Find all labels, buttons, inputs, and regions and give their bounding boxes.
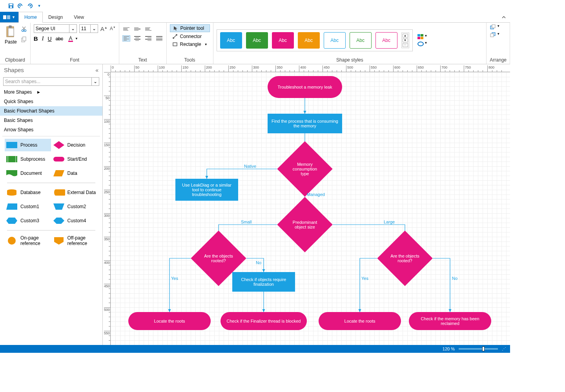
fill-button[interactable]: ▼ bbox=[417, 34, 428, 40]
style-swatch-5[interactable]: Abc bbox=[350, 32, 372, 49]
redo-icon[interactable] bbox=[27, 3, 33, 9]
shrink-font-button[interactable]: A▼ bbox=[110, 26, 116, 31]
ribbon-collapse-button[interactable] bbox=[498, 12, 510, 22]
node-n2[interactable]: Find the process that is consuming the m… bbox=[268, 114, 342, 133]
undo-icon[interactable] bbox=[17, 3, 24, 9]
connector-n3-n4[interactable] bbox=[207, 169, 277, 179]
style-swatch-0[interactable]: Abc bbox=[220, 32, 242, 49]
shape-item-external-data[interactable]: External Data bbox=[52, 186, 98, 199]
quick-access-toolbar: ▼ bbox=[0, 0, 510, 12]
clipboard-group-label: Clipboard bbox=[3, 56, 27, 64]
paste-button[interactable]: Paste bbox=[3, 24, 18, 45]
style-gallery-up[interactable]: ▲ bbox=[403, 34, 408, 38]
align-right-button[interactable] bbox=[144, 35, 152, 42]
italic-button[interactable]: I bbox=[42, 35, 44, 42]
tab-design[interactable]: Design bbox=[43, 12, 68, 22]
node-n9[interactable]: Locate the roots bbox=[128, 312, 211, 330]
shape-item-decision[interactable]: Decision bbox=[52, 139, 98, 151]
copy-icon[interactable] bbox=[21, 36, 27, 44]
resize-grip-icon[interactable]: ⋰ bbox=[502, 347, 506, 352]
connector-n7-n11[interactable] bbox=[360, 258, 377, 312]
pointer-icon bbox=[173, 25, 178, 31]
shapes-category-quick-shapes[interactable]: Quick Shapes bbox=[0, 97, 102, 106]
rectangle-tool-button[interactable]: Rectangle ▼ bbox=[170, 41, 210, 48]
shapes-category-basic-shapes[interactable]: Basic Shapes bbox=[0, 116, 102, 125]
shape-item-off-page-reference[interactable]: Off-page reference bbox=[52, 234, 98, 248]
svg-point-8 bbox=[22, 30, 24, 32]
node-n3[interactable]: Memory consumption type bbox=[277, 141, 332, 196]
qat-dropdown-icon[interactable]: ▼ bbox=[36, 3, 42, 9]
save-icon[interactable] bbox=[8, 3, 14, 9]
connector-n5-n6[interactable] bbox=[219, 225, 277, 239]
font-size-select[interactable]: 11⌄ bbox=[79, 24, 98, 33]
align-middle-button[interactable] bbox=[133, 26, 141, 32]
svg-rect-13 bbox=[23, 37, 26, 41]
svg-rect-1 bbox=[9, 4, 13, 5]
font-group-label: Font bbox=[34, 56, 116, 64]
grow-font-button[interactable]: A▲ bbox=[100, 25, 108, 32]
node-n10[interactable]: Check if the Finalizer thread is blocked bbox=[221, 312, 307, 330]
node-n5[interactable]: Predominant object size bbox=[277, 197, 332, 252]
pointer-tool-button[interactable]: Pointer tool bbox=[170, 24, 210, 32]
search-shapes-input[interactable]: Search shapes... ⌄ bbox=[3, 77, 99, 86]
svg-rect-21 bbox=[421, 34, 423, 36]
align-center-button[interactable] bbox=[133, 35, 141, 42]
connector-tool-button[interactable]: Connector bbox=[170, 33, 210, 40]
style-swatch-1[interactable]: Abc bbox=[246, 32, 268, 49]
font-family-select[interactable]: Segoe UI⌄ bbox=[34, 24, 77, 33]
node-n11[interactable]: Locate the roots bbox=[319, 312, 401, 330]
shape-item-subprocess[interactable]: Subprocess bbox=[5, 153, 51, 165]
node-n1[interactable]: Troubleshoot a memory leak bbox=[268, 76, 342, 98]
svg-rect-20 bbox=[417, 34, 420, 36]
style-swatch-4[interactable]: Abc bbox=[324, 32, 346, 49]
node-n8[interactable]: Check if objects require finalization bbox=[232, 272, 295, 292]
file-tab[interactable]: ▼ bbox=[0, 12, 18, 22]
shape-item-on-page-reference[interactable]: On-page reference bbox=[5, 234, 51, 248]
tab-view[interactable]: View bbox=[68, 12, 89, 22]
bring-front-button[interactable]: ▼ bbox=[490, 24, 500, 30]
node-n4[interactable]: Use LeakDiag or a similar tool to contin… bbox=[175, 179, 238, 201]
connector-n7-n12[interactable] bbox=[433, 258, 450, 312]
shape-item-custom4[interactable]: Custom4 bbox=[52, 214, 98, 227]
shape-item-custom1[interactable]: Custom1 bbox=[5, 200, 51, 213]
tab-home[interactable]: Home bbox=[18, 12, 43, 23]
shapes-category-arrow-shapes[interactable]: Arrow Shapes bbox=[0, 125, 102, 134]
shape-item-custom3[interactable]: Custom3 bbox=[5, 214, 51, 227]
svg-rect-29 bbox=[6, 142, 17, 148]
line-button[interactable]: ▼ bbox=[417, 41, 428, 47]
cut-icon[interactable] bbox=[21, 26, 27, 33]
shape-item-data[interactable]: Data bbox=[52, 167, 98, 180]
align-bottom-button[interactable] bbox=[144, 26, 152, 32]
align-top-button[interactable] bbox=[122, 26, 130, 32]
svg-line-10 bbox=[23, 27, 26, 30]
ribbon-group-font: Segoe UI⌄ 11⌄ A▲ A▼ B I U abc ▼ Font bbox=[31, 23, 119, 64]
shapes-collapse-icon[interactable]: « bbox=[95, 67, 98, 73]
font-color-button[interactable]: ▼ bbox=[67, 36, 78, 42]
svg-rect-22 bbox=[417, 37, 420, 39]
style-gallery-down[interactable]: ▼ bbox=[403, 38, 408, 42]
more-shapes-item[interactable]: More Shapes▶ bbox=[0, 87, 102, 97]
zoom-label: 120 % bbox=[443, 347, 455, 351]
underline-button[interactable]: U bbox=[48, 36, 52, 42]
shape-item-custom2[interactable]: Custom2 bbox=[52, 200, 98, 213]
style-swatch-3[interactable]: Abc bbox=[298, 32, 320, 49]
style-swatch-2[interactable]: Abc bbox=[272, 32, 294, 49]
node-n12[interactable]: Check if the memory has been reclaimed bbox=[409, 312, 491, 330]
zoom-slider[interactable] bbox=[459, 348, 498, 350]
shape-item-process[interactable]: Process bbox=[5, 139, 51, 151]
shape-item-document[interactable]: Document bbox=[5, 167, 51, 180]
shape-item-database[interactable]: Database bbox=[5, 186, 51, 199]
shape-item-start-end[interactable]: Start/End bbox=[52, 153, 98, 165]
style-swatch-6[interactable]: Abc bbox=[375, 32, 397, 49]
style-gallery-more[interactable]: ⋯ bbox=[403, 43, 408, 47]
node-n7[interactable]: Are the objects rooted? bbox=[377, 230, 432, 286]
connector-n5-n7[interactable] bbox=[333, 225, 405, 239]
align-left-button[interactable] bbox=[122, 35, 130, 42]
bold-button[interactable]: B bbox=[34, 35, 38, 42]
send-back-button[interactable]: ▼ bbox=[490, 32, 500, 38]
align-justify-button[interactable] bbox=[155, 35, 163, 42]
strikethrough-button[interactable]: abc bbox=[56, 36, 63, 42]
shapes-category-basic-flowchart-shapes[interactable]: Basic Flowchart Shapes bbox=[0, 106, 102, 116]
diagram-canvas[interactable]: Troubleshoot a memory leakFind the proce… bbox=[111, 72, 510, 345]
connector-n6-n9[interactable] bbox=[170, 258, 191, 312]
